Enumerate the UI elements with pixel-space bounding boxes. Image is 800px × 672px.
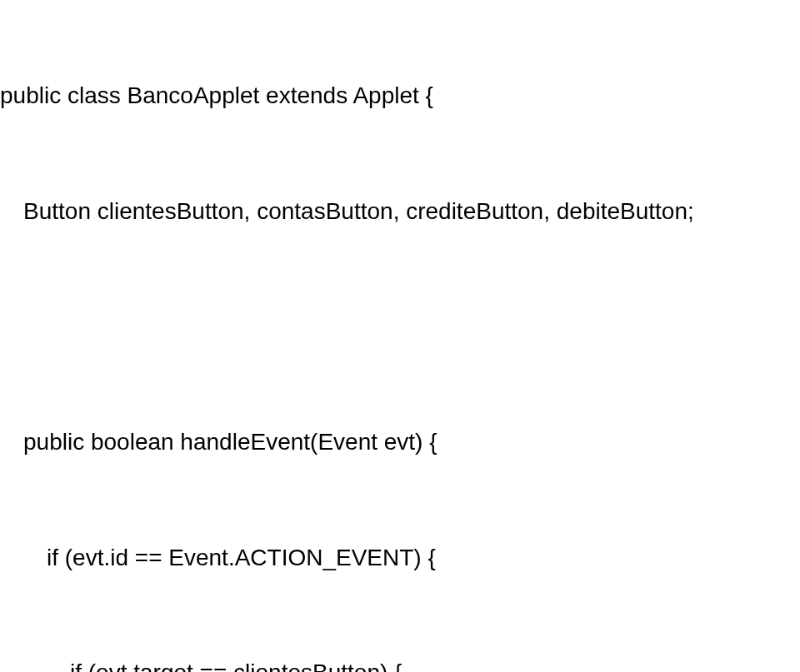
blank-line [0, 308, 800, 346]
code-line: if (evt.id == Event.ACTION_EVENT) { [0, 539, 800, 577]
code-line: public class BancoApplet extends Applet … [0, 77, 800, 115]
code-line: public boolean handleEvent(Event evt) { [0, 423, 800, 461]
code-line: if (evt.target == clientesButton) { [0, 654, 800, 672]
code-line: Button clientesButton, contasButton, cre… [0, 192, 800, 231]
code-block: public class BancoApplet extends Applet … [0, 0, 800, 672]
